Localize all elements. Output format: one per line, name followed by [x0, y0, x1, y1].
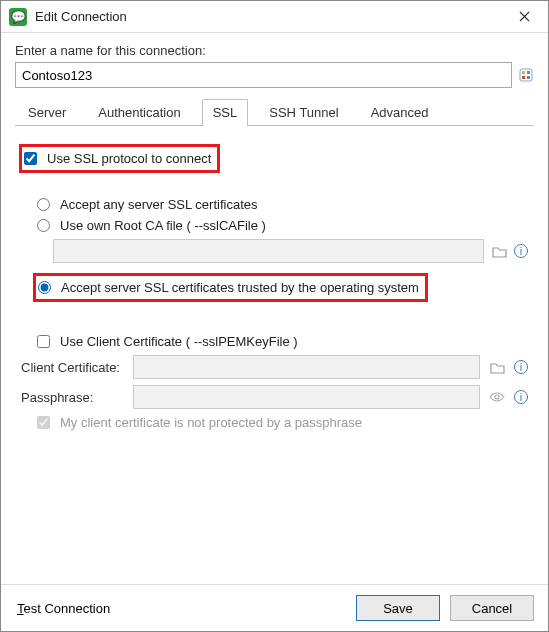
- info-ca-file-icon[interactable]: i: [514, 244, 528, 258]
- name-row: [15, 62, 534, 88]
- info-passphrase-icon[interactable]: i: [514, 390, 528, 404]
- radio-own-ca[interactable]: [37, 219, 50, 232]
- radio-accept-any[interactable]: [37, 198, 50, 211]
- reveal-passphrase-icon[interactable]: [488, 388, 506, 406]
- client-cert-label: Client Certificate:: [21, 360, 125, 375]
- use-ssl-checkbox[interactable]: [24, 152, 37, 165]
- highlight-use-ssl: Use SSL protocol to connect: [19, 144, 220, 173]
- window-title: Edit Connection: [35, 9, 504, 24]
- radio-accept-os-label: Accept server SSL certificates trusted b…: [61, 280, 419, 295]
- close-button[interactable]: [504, 3, 544, 31]
- use-ssl-label: Use SSL protocol to connect: [47, 151, 211, 166]
- tab-ssl[interactable]: SSL: [202, 99, 249, 126]
- connection-name-input[interactable]: [15, 62, 512, 88]
- svg-rect-3: [522, 76, 525, 79]
- tab-server[interactable]: Server: [17, 99, 77, 126]
- use-client-cert-label: Use Client Certificate ( --sslPEMKeyFile…: [60, 334, 298, 349]
- svg-rect-1: [522, 71, 525, 74]
- passphrase-label: Passphrase:: [21, 390, 125, 405]
- use-client-cert-checkbox[interactable]: [37, 335, 50, 348]
- cancel-button[interactable]: Cancel: [450, 595, 534, 621]
- svg-point-5: [495, 395, 499, 399]
- name-options-icon[interactable]: [518, 67, 534, 83]
- dialog-footer: Test Connection Save Cancel: [1, 584, 548, 631]
- ca-file-input: [53, 239, 484, 263]
- svg-rect-0: [520, 69, 532, 81]
- test-connection-button[interactable]: Test Connection: [15, 595, 112, 621]
- browse-ca-file-icon[interactable]: [490, 242, 508, 260]
- tab-advanced[interactable]: Advanced: [360, 99, 440, 126]
- tab-ssh-tunnel[interactable]: SSH Tunnel: [258, 99, 349, 126]
- app-icon: 💬: [9, 8, 27, 26]
- name-label: Enter a name for this connection:: [15, 43, 534, 58]
- radio-accept-any-label: Accept any server SSL certificates: [60, 197, 258, 212]
- tab-authentication[interactable]: Authentication: [87, 99, 191, 126]
- radio-accept-os[interactable]: [38, 281, 51, 294]
- tab-body-ssl: Use SSL protocol to connect Accept any s…: [15, 126, 534, 584]
- browse-client-cert-icon[interactable]: [488, 358, 506, 376]
- radio-own-ca-label: Use own Root CA file ( --sslCAFile ): [60, 218, 266, 233]
- no-passphrase-label: My client certificate is not protected b…: [60, 415, 362, 430]
- dialog-window: 💬 Edit Connection Enter a name for this …: [0, 0, 549, 632]
- passphrase-input: [133, 385, 480, 409]
- close-icon: [519, 11, 530, 22]
- tabs: Server Authentication SSL SSH Tunnel Adv…: [15, 98, 534, 126]
- svg-rect-2: [527, 71, 530, 74]
- save-button[interactable]: Save: [356, 595, 440, 621]
- no-passphrase-checkbox: [37, 416, 50, 429]
- dialog-content: Enter a name for this connection: Server…: [1, 33, 548, 584]
- highlight-accept-os: Accept server SSL certificates trusted b…: [33, 273, 428, 302]
- titlebar: 💬 Edit Connection: [1, 1, 548, 33]
- client-cert-input: [133, 355, 480, 379]
- svg-rect-4: [527, 76, 530, 79]
- info-client-cert-icon[interactable]: i: [514, 360, 528, 374]
